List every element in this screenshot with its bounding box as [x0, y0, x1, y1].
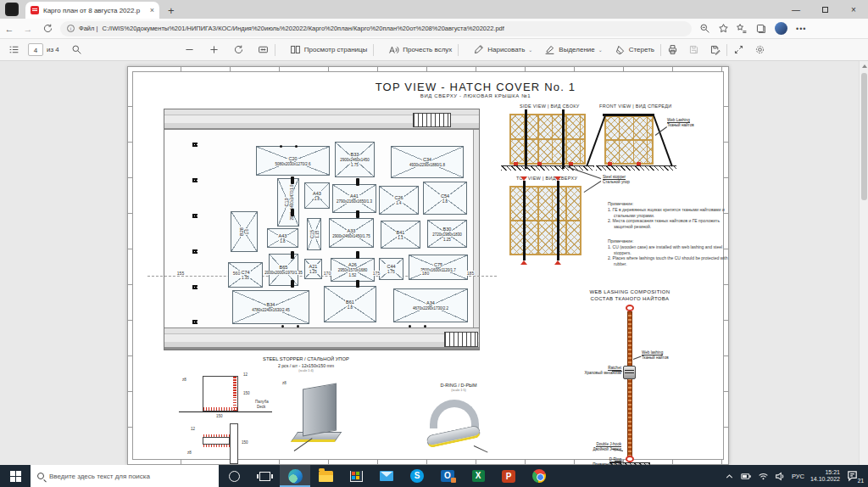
crate-b33: B332900x2460x14501.75	[335, 142, 375, 177]
read-aloud-button[interactable]: Прочесть вслух	[388, 44, 452, 55]
cleat-icon	[192, 320, 198, 324]
search-icon	[37, 473, 44, 479]
lashing-top-hook	[626, 305, 634, 311]
browser-tab[interactable]: Карго план от 8 августа 2022.p ×	[25, 2, 159, 19]
language-indicator[interactable]: РУС	[792, 473, 804, 480]
lashing-fitting	[291, 251, 294, 259]
url-prefix: Файл |	[79, 25, 97, 32]
page-count-label: из 4	[47, 46, 59, 53]
crate-c54: C541.8	[423, 182, 467, 215]
rotate-icon[interactable]	[233, 44, 244, 55]
crate-c75: C753500x1600x1120/1.7	[409, 255, 468, 280]
lashing-jhook-label: Double J-hook Двойной J-крюк	[564, 442, 621, 452]
fullscreen-icon[interactable]	[733, 44, 744, 55]
highlight-chevron-icon[interactable]: ⌄	[598, 47, 603, 53]
zoom-out-icon[interactable]	[699, 23, 710, 34]
clock-time: 15:21	[810, 469, 840, 477]
taskbar-chrome[interactable]	[524, 465, 554, 487]
close-button[interactable]: ×	[839, 0, 868, 19]
mail-icon	[380, 471, 393, 481]
refresh-icon[interactable]	[42, 23, 53, 34]
battery-icon[interactable]	[741, 471, 752, 482]
tab-actions-icon[interactable]	[5, 3, 19, 16]
highlight-button[interactable]: Выделение ⌄	[544, 44, 602, 55]
draw-chevron-icon[interactable]: ⌄	[528, 47, 532, 53]
viewer-scrollbar[interactable]	[859, 61, 868, 465]
taskbar-powerpoint[interactable]: P	[493, 465, 524, 487]
screen: Карго план от 8 августа 2022.p × + — × ←…	[0, 0, 868, 487]
cortana-icon	[229, 471, 240, 482]
page-number-input[interactable]: 4	[28, 43, 43, 56]
crate-c20: C205080x2030x1270/2.6	[256, 146, 330, 176]
note-russian: Примечание: 1. ГЕ в деревянных ящиках кр…	[608, 201, 735, 229]
fit-width-icon[interactable]	[258, 44, 269, 55]
back-icon[interactable]: ←	[0, 24, 19, 34]
toc-icon[interactable]	[8, 44, 19, 55]
scrollbar-thumb[interactable]	[861, 73, 867, 200]
drawing-subtitle: ВИД СВЕРХУ - ЛЮКОВАЯ КРЫШКА №1	[298, 93, 654, 98]
stopper-scale: (scale 1:4)	[204, 369, 408, 372]
crate-b34: B344780x2240x1630/2.45	[232, 290, 309, 324]
cleat-icon	[192, 178, 198, 182]
taskbar-mail[interactable]	[371, 465, 402, 487]
print-icon[interactable]	[667, 44, 678, 55]
taskbar-explorer[interactable]	[310, 465, 341, 487]
excel-icon: X	[472, 470, 485, 482]
search-icon[interactable]	[71, 44, 82, 55]
dring-title: D-RING / D-РЫМ	[416, 383, 501, 388]
zoom-in-button[interactable]	[209, 44, 220, 55]
cleat-icon	[192, 214, 198, 218]
draw-button[interactable]: Нарисовать ⌄	[473, 44, 532, 55]
crate-a26: A262950x1570x16801.52	[331, 258, 375, 282]
volume-icon[interactable]	[775, 471, 786, 482]
taskbar-store[interactable]	[341, 465, 371, 487]
lashing-ratchet-leader	[612, 371, 622, 372]
wifi-icon[interactable]	[758, 471, 769, 482]
task-view-button[interactable]	[249, 465, 280, 487]
menu-icon[interactable]: •••	[796, 25, 806, 33]
scrollbar-up-icon[interactable]	[862, 64, 867, 68]
lashing-web-label: Web lashing Тканый найтов	[642, 350, 669, 361]
top-stopper-3	[520, 260, 527, 265]
zoom-out-button[interactable]	[184, 44, 195, 55]
fixing-point	[280, 145, 282, 148]
save-as-icon[interactable]	[709, 44, 721, 55]
forward-icon[interactable]: →	[19, 24, 37, 34]
profile-avatar[interactable]	[775, 22, 787, 35]
page-view-button[interactable]: Просмотр страницы	[290, 44, 368, 55]
tab-close-icon[interactable]: ×	[150, 6, 154, 14]
taskbar-excel[interactable]: X	[463, 465, 493, 487]
cortana-button[interactable]	[219, 465, 249, 487]
collections-icon[interactable]	[755, 23, 766, 34]
start-button[interactable]	[0, 465, 31, 487]
taskbar-clock[interactable]: 15:21 14.10.2022	[810, 469, 840, 484]
settings-gear-icon[interactable]	[754, 44, 765, 55]
favorites-add-icon[interactable]	[718, 23, 729, 34]
save-icon[interactable]	[688, 44, 699, 55]
taskbar-edge[interactable]	[280, 465, 310, 487]
maximize-button[interactable]	[810, 0, 839, 19]
side-view-strap-2	[562, 109, 565, 169]
minimize-button[interactable]: —	[782, 0, 810, 19]
lashing-dring-leader	[615, 461, 623, 462]
lashing-fitting	[356, 210, 359, 218]
highlight-label: Выделение	[559, 46, 594, 53]
taskbar-outlook[interactable]: O	[432, 465, 463, 487]
url-field[interactable]: i Файл | C:/IWIS%20документы%201/НИПИГАЗ…	[60, 21, 692, 36]
read-aloud-label: Прочесть вслух	[403, 46, 452, 53]
info-icon[interactable]: i	[67, 25, 75, 32]
new-tab-button[interactable]: +	[168, 7, 175, 15]
favorites-bar-icon[interactable]	[737, 23, 748, 34]
top-view-strap-1	[523, 181, 526, 260]
front-view-ground	[596, 165, 676, 171]
window-controls: — ×	[782, 0, 868, 19]
erase-button[interactable]: Стереть	[615, 44, 654, 55]
taskbar-search[interactable]: Введите здесь текст для поиска	[31, 465, 219, 487]
top-stopper-4	[554, 260, 561, 265]
tray-expand-icon[interactable]	[724, 471, 735, 482]
action-center-button[interactable]: 21	[846, 469, 863, 483]
crate-a33: A332900x2460x1450/1.75	[329, 218, 374, 248]
search-placeholder: Введите здесь текст для поиска	[49, 473, 150, 480]
taskbar-skype[interactable]: S	[402, 465, 432, 487]
lashing-fitting	[291, 209, 294, 216]
